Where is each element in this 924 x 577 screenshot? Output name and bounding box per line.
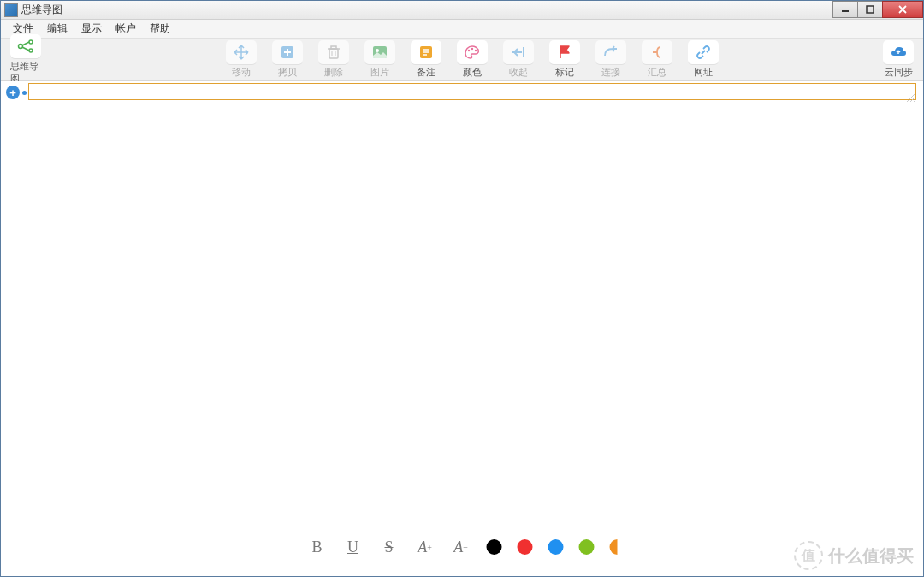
- format-toolbar: B U S A+ A−: [293, 532, 631, 562]
- svg-rect-10: [329, 49, 338, 58]
- image-button[interactable]: 图片: [362, 39, 398, 80]
- cloud-label: 云同步: [885, 66, 913, 79]
- summary-icon: [642, 40, 672, 64]
- strikethrough-button[interactable]: S: [379, 537, 400, 557]
- svg-point-5: [29, 40, 33, 44]
- link-icon: [595, 40, 626, 64]
- add-node-control[interactable]: +: [6, 86, 27, 99]
- url-label: 网址: [694, 66, 713, 79]
- svg-point-16: [376, 49, 379, 52]
- toolbar-left: 思维导图: [8, 33, 44, 87]
- font-decrease-button[interactable]: A−: [451, 537, 471, 557]
- note-icon: [411, 40, 441, 64]
- mindmap-icon: [10, 34, 41, 58]
- collapse-button[interactable]: 收起: [500, 39, 536, 80]
- color-orange-half[interactable]: [610, 539, 618, 555]
- connect-label: 连接: [601, 66, 620, 79]
- svg-rect-1: [867, 6, 874, 13]
- url-button[interactable]: 网址: [685, 39, 721, 80]
- color-black[interactable]: [487, 539, 502, 555]
- copy-icon: [272, 40, 303, 64]
- copy-label: 拷贝: [278, 66, 297, 79]
- titlebar: 思维导图: [1, 1, 923, 20]
- minimize-icon: [841, 5, 850, 14]
- svg-point-4: [19, 44, 23, 48]
- connect-button[interactable]: 连接: [593, 39, 629, 80]
- bold-button[interactable]: B: [307, 537, 328, 557]
- toolbar-center: 移动 拷贝 删除 图片: [223, 39, 721, 80]
- copy-button[interactable]: 拷贝: [270, 39, 305, 80]
- flag-label: 标记: [555, 66, 574, 79]
- app-icon: [4, 3, 18, 17]
- maximize-icon: [866, 5, 874, 14]
- window-title: 思维导图: [21, 3, 62, 17]
- color-button[interactable]: 颜色: [454, 39, 490, 80]
- image-icon: [364, 40, 395, 64]
- cloud-sync-button[interactable]: 云同步: [880, 39, 916, 80]
- watermark-text: 什么值得买: [828, 544, 914, 568]
- move-button[interactable]: 移动: [223, 39, 259, 80]
- collapse-label: 收起: [509, 66, 528, 79]
- summary-label: 汇总: [648, 66, 666, 79]
- svg-point-23: [475, 50, 477, 51]
- underline-button[interactable]: U: [343, 537, 364, 557]
- watermark-badge: 值: [794, 541, 823, 570]
- url-icon: [688, 40, 719, 64]
- app-window: 思维导图 文件 编辑 显示 帐户 帮助 思维导图: [0, 0, 924, 577]
- svg-point-22: [471, 48, 473, 50]
- menu-help[interactable]: 帮助: [143, 20, 177, 38]
- cloud-icon: [883, 40, 914, 64]
- flag-icon: [549, 40, 580, 64]
- svg-rect-12: [331, 46, 336, 49]
- menu-account[interactable]: 帐户: [109, 20, 143, 38]
- summary-button[interactable]: 汇总: [639, 39, 675, 80]
- note-input[interactable]: [28, 83, 916, 100]
- maximize-button[interactable]: [857, 1, 883, 18]
- svg-point-21: [468, 50, 470, 51]
- delete-label: 删除: [324, 66, 343, 79]
- menu-view[interactable]: 显示: [74, 20, 109, 38]
- close-button[interactable]: [882, 1, 923, 18]
- window-controls: [833, 1, 923, 18]
- note-label: 备注: [417, 66, 435, 79]
- color-red[interactable]: [518, 539, 533, 555]
- close-icon: [897, 5, 908, 14]
- svg-line-28: [914, 100, 915, 102]
- menu-edit[interactable]: 编辑: [40, 20, 74, 38]
- menubar: 文件 编辑 显示 帐户 帮助: [1, 20, 923, 39]
- plus-icon: +: [6, 86, 20, 99]
- canvas[interactable]: + B U S A+ A−: [1, 81, 923, 576]
- svg-point-6: [29, 49, 33, 52]
- color-green[interactable]: [579, 539, 595, 555]
- mindmap-button[interactable]: 思维导图: [8, 33, 44, 87]
- toolbar: 思维导图 移动 拷贝 删除: [1, 39, 923, 81]
- font-increase-button[interactable]: A+: [415, 537, 435, 557]
- trash-icon: [318, 40, 349, 64]
- image-label: 图片: [370, 66, 389, 79]
- watermark: 值 什么值得买: [794, 541, 914, 570]
- minimize-button[interactable]: [832, 1, 858, 18]
- move-label: 移动: [232, 66, 251, 79]
- flag-button[interactable]: 标记: [547, 39, 583, 80]
- collapse-icon: [503, 40, 534, 64]
- node-dot-icon: [22, 91, 27, 95]
- color-label: 颜色: [463, 66, 482, 79]
- move-icon: [226, 40, 257, 64]
- toolbar-right: 云同步: [880, 39, 916, 80]
- color-blue[interactable]: [548, 539, 564, 555]
- palette-icon: [457, 40, 488, 64]
- note-button[interactable]: 备注: [408, 39, 444, 80]
- delete-button[interactable]: 删除: [316, 39, 352, 80]
